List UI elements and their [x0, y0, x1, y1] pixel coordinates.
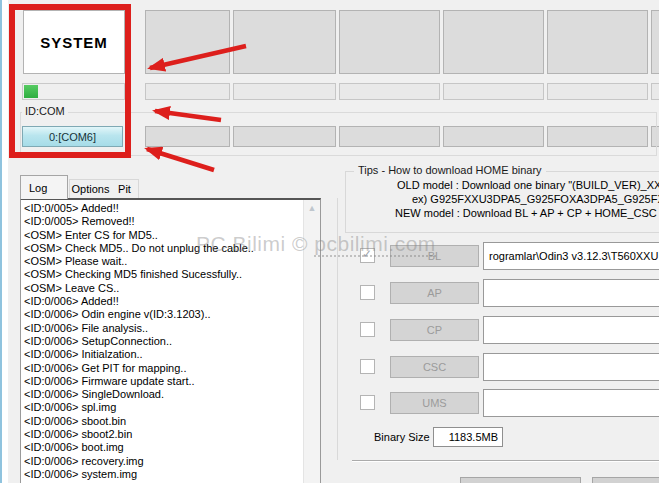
log-line: <ID:0/006> recovery.img [24, 455, 303, 468]
bl-button[interactable]: BL [390, 245, 479, 267]
file-path-field[interactable]: rogramlar\Odin3 v3.12.3\T560XXU [483, 242, 659, 270]
file-checkbox[interactable] [360, 359, 375, 374]
file-checkbox[interactable] [360, 322, 375, 337]
device-status-box [145, 10, 230, 74]
binary-size-field: 1183.5MB [433, 427, 503, 447]
file-row: BL rogramlar\Odin3 v3.12.3\T560XXU [0, 242, 659, 270]
device-status-box [339, 10, 440, 74]
scrollbar-up-icon[interactable]: ▲ [304, 200, 320, 216]
tab-options-label: Options [72, 183, 110, 195]
start-button-partial[interactable] [460, 477, 581, 483]
file-row: UMS [0, 389, 659, 417]
device-progress-bar [339, 83, 440, 100]
tab-log[interactable]: Log [20, 175, 68, 199]
ap-button[interactable]: AP [390, 282, 479, 304]
file-checkbox[interactable] [360, 248, 375, 263]
highlight-rectangle [9, 4, 131, 158]
device-progress-bar [547, 83, 648, 100]
device-progress-bar [233, 83, 336, 100]
device-status-box [443, 10, 544, 74]
csc-button[interactable]: CSC [390, 356, 479, 378]
file-path-field[interactable] [483, 316, 659, 344]
section-divider [352, 460, 659, 462]
tab-options[interactable]: Options [69, 179, 112, 198]
tab-log-label: Log [29, 182, 47, 194]
tips-old-model-line: OLD model : Download one binary "(BUILD_… [397, 179, 659, 191]
reset-button-partial[interactable] [592, 477, 659, 483]
file-row: CSC [0, 353, 659, 381]
file-path-field[interactable] [483, 279, 659, 307]
tab-pit-label: Pit [118, 183, 131, 195]
tips-title: Tips - How to download HOME binary [354, 164, 546, 176]
tab-pit[interactable]: Pit [111, 179, 139, 198]
cp-button[interactable]: CP [390, 319, 479, 341]
tips-example-line: ex) G925FXXU3DPA5_G925FOXA3DPA5_G925FX [412, 193, 659, 205]
file-path-field[interactable] [483, 389, 659, 417]
log-line: <OSM> Enter CS for MD5.. [24, 229, 303, 242]
log-line: <ID:0/006> boot.img [24, 441, 303, 454]
device-progress-bar [145, 83, 230, 100]
device-status-box [233, 10, 336, 74]
device-status-box [547, 10, 648, 74]
ums-button[interactable]: UMS [390, 392, 479, 414]
log-line: <ID:0/006> sboot2.bin [24, 428, 303, 441]
device-progress-bar [443, 83, 544, 100]
odin-window: SYSTEM ID:COM 0:[COM6] Log Options Pit <… [0, 0, 659, 483]
binary-size-label: Binary Size [374, 431, 430, 443]
file-row: CP [0, 316, 659, 344]
log-line: <ID:0/006> system.img [24, 468, 303, 481]
log-line: <ID:0/005> Removed!! [24, 215, 303, 228]
file-row: AP [0, 279, 659, 307]
file-path-text: rogramlar\Odin3 v3.12.3\T560XXU [484, 243, 659, 269]
device-progress-bar [651, 83, 659, 100]
file-checkbox[interactable] [360, 285, 375, 300]
device-status-box [651, 10, 659, 74]
file-path-field[interactable] [483, 353, 659, 381]
log-line: <ID:0/005> Added!! [24, 202, 303, 215]
tips-new-model-line: NEW model : Download BL + AP + CP + HOME… [395, 207, 657, 219]
file-checkbox[interactable] [360, 395, 375, 410]
